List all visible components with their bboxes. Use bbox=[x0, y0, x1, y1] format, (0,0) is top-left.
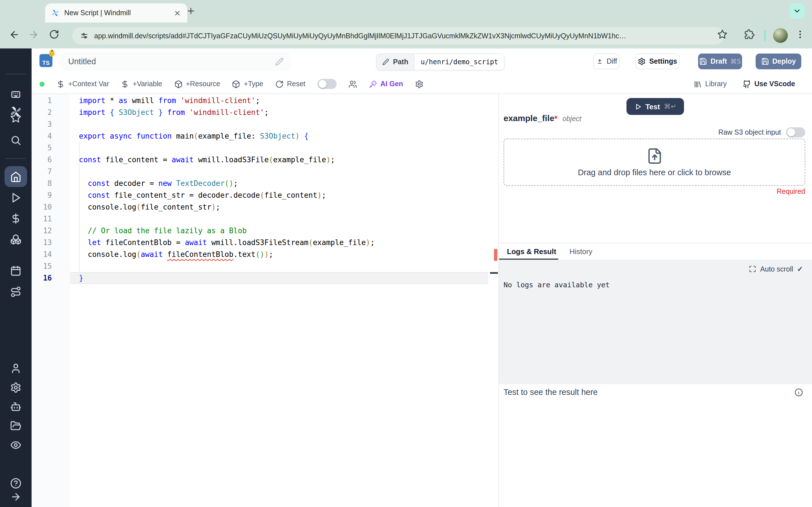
user-icon bbox=[10, 363, 21, 374]
code-line[interactable]: 1import * as wmill from 'windmill-client… bbox=[32, 95, 499, 107]
code-line[interactable]: 16} bbox=[32, 272, 499, 284]
app-sidebar bbox=[0, 48, 32, 507]
arrow-right-icon bbox=[10, 491, 21, 503]
sidebar-item-favorites[interactable] bbox=[4, 107, 27, 129]
multiplayer-users-button[interactable] bbox=[348, 80, 357, 88]
logs-area: Auto scroll ✓ No logs are available yet bbox=[499, 260, 812, 384]
path-button[interactable]: Path u/henri/demo_script bbox=[376, 54, 505, 70]
tab-logs-result[interactable]: Logs & Result bbox=[507, 247, 556, 256]
sidebar-item-audit-logs[interactable] bbox=[4, 436, 27, 455]
multiplayer-toggle[interactable] bbox=[317, 79, 336, 89]
reload-icon[interactable] bbox=[49, 29, 59, 40]
package-icon bbox=[174, 80, 183, 88]
settings-label: Settings bbox=[649, 57, 677, 65]
tab-close-icon[interactable] bbox=[172, 8, 182, 17]
robot-icon bbox=[10, 401, 21, 412]
add-context-var-button[interactable]: +Context Var bbox=[56, 80, 109, 88]
line-number: 10 bbox=[32, 201, 52, 213]
use-vscode-button[interactable]: Use VScode bbox=[742, 80, 795, 88]
edit-title-pencil-icon[interactable] bbox=[275, 57, 284, 66]
bookmark-star-icon[interactable] bbox=[717, 29, 727, 40]
code-line[interactable]: 4export async function main(example_file… bbox=[32, 130, 499, 142]
auto-scroll-control[interactable]: Auto scroll ✓ bbox=[749, 265, 803, 273]
sidebar-item-help[interactable] bbox=[4, 476, 27, 490]
code-line[interactable]: 9 const file_content_str = decoder.decod… bbox=[32, 189, 499, 201]
script-title[interactable]: Untitled bbox=[68, 57, 275, 66]
draft-label: Draft bbox=[711, 57, 727, 65]
sidebar-item-folders[interactable] bbox=[4, 416, 27, 436]
gear-icon bbox=[415, 80, 423, 88]
code-line[interactable]: 8 const decoder = new TextDecoder(); bbox=[32, 177, 499, 189]
sidebar-item-home[interactable] bbox=[4, 166, 27, 187]
sidebar-item-search[interactable] bbox=[4, 129, 27, 152]
overview-error-marker bbox=[494, 249, 497, 261]
code-line[interactable]: 12 // Or load the file lazily as a Blob bbox=[32, 225, 499, 237]
code-line[interactable]: 15 bbox=[32, 260, 499, 272]
code-line[interactable]: 14 console.log(await fileContentBlob.tex… bbox=[32, 248, 499, 260]
edit-path-pencil-icon bbox=[382, 59, 389, 65]
test-button[interactable]: Test ⌘↵ bbox=[626, 98, 684, 115]
code-line[interactable]: 11 bbox=[32, 213, 499, 225]
settings-button[interactable]: Settings bbox=[636, 54, 679, 69]
sidebar-item-schedules[interactable] bbox=[4, 260, 27, 281]
new-tab-icon[interactable] bbox=[186, 6, 196, 16]
code-line[interactable]: 3 bbox=[32, 118, 499, 130]
code-line[interactable]: 5 bbox=[32, 142, 499, 154]
library-button[interactable]: Library bbox=[693, 80, 726, 88]
deploy-button[interactable]: Deploy bbox=[756, 54, 801, 69]
sidebar-item-routes[interactable] bbox=[4, 281, 27, 302]
wand-icon bbox=[368, 80, 377, 88]
diff-icon bbox=[596, 58, 603, 65]
address-bar[interactable]: app.windmill.dev/scripts/add#JTdCJTIyaGF… bbox=[72, 27, 724, 45]
test-shortcut: ⌘↵ bbox=[664, 103, 676, 110]
script-title-field[interactable]: Untitled bbox=[61, 52, 290, 71]
sidebar-item-variables[interactable] bbox=[4, 208, 27, 229]
browser-tab-strip: New Script | Windmill bbox=[0, 0, 812, 22]
code-line[interactable]: 13 let fileContentBlob = await wmill.loa… bbox=[32, 237, 499, 248]
profile-separator bbox=[764, 30, 766, 41]
code-line[interactable]: 10 console.log(file_content_str); bbox=[32, 201, 499, 213]
ai-gen-button[interactable]: AI Gen bbox=[368, 80, 403, 88]
draft-button[interactable]: Draft ⌘S bbox=[698, 54, 742, 69]
tab-search-chevron-button[interactable] bbox=[790, 3, 805, 18]
argument-name: example_file* bbox=[504, 113, 557, 123]
add-type-button[interactable]: +Type bbox=[232, 80, 263, 88]
browser-profile-avatar[interactable] bbox=[773, 28, 788, 43]
sidebar-item-users[interactable] bbox=[4, 359, 27, 378]
path-label: Path bbox=[393, 58, 408, 66]
tab-history[interactable]: History bbox=[569, 247, 592, 256]
code-line[interactable]: 2import { S3Object } from 'windmill-clie… bbox=[32, 107, 499, 118]
diff-button[interactable]: Diff bbox=[593, 54, 620, 69]
sidebar-item-workers[interactable] bbox=[4, 397, 27, 416]
editor-toolbar: +Context Var+Variable+Resource+TypeReset… bbox=[32, 75, 812, 94]
file-dropzone[interactable]: Drag and drop files here or click to bro… bbox=[504, 138, 805, 186]
forward-icon[interactable] bbox=[28, 29, 39, 40]
help-icon bbox=[10, 478, 21, 489]
sidebar-expand-button[interactable] bbox=[4, 490, 27, 504]
browser-tab[interactable]: New Script | Windmill bbox=[45, 3, 187, 22]
add-resource-button[interactable]: +Resource bbox=[174, 80, 220, 88]
users-icon bbox=[348, 80, 357, 88]
raw-s3-toggle[interactable] bbox=[786, 127, 805, 137]
url-text: app.windmill.dev/scripts/add#JTdCJTIyaGF… bbox=[94, 32, 626, 40]
sidebar-item-workspace[interactable] bbox=[4, 84, 27, 107]
site-settings-icon[interactable] bbox=[80, 32, 89, 40]
line-number: 3 bbox=[32, 118, 52, 130]
reset-button[interactable]: Reset bbox=[275, 80, 305, 88]
back-icon[interactable] bbox=[9, 29, 20, 40]
add-variable-button[interactable]: +Variable bbox=[121, 80, 162, 88]
browser-menu-icon[interactable] bbox=[795, 29, 805, 40]
line-number: 7 bbox=[32, 166, 52, 177]
sidebar-item-runs[interactable] bbox=[4, 187, 27, 208]
info-icon[interactable] bbox=[795, 388, 803, 396]
sidebar-item-settings[interactable] bbox=[4, 378, 27, 397]
code-line[interactable]: 7 bbox=[32, 166, 499, 177]
sidebar-item-resources[interactable] bbox=[4, 229, 27, 249]
line-number: 11 bbox=[32, 213, 52, 225]
code-editor[interactable]: 1import * as wmill from 'windmill-client… bbox=[32, 94, 499, 507]
editor-settings-button[interactable] bbox=[415, 80, 423, 88]
extensions-icon[interactable] bbox=[744, 29, 755, 40]
code-line[interactable]: 6const file_content = await wmill.loadS3… bbox=[32, 154, 499, 166]
route-icon bbox=[10, 286, 21, 297]
workspace-icon bbox=[10, 90, 21, 101]
